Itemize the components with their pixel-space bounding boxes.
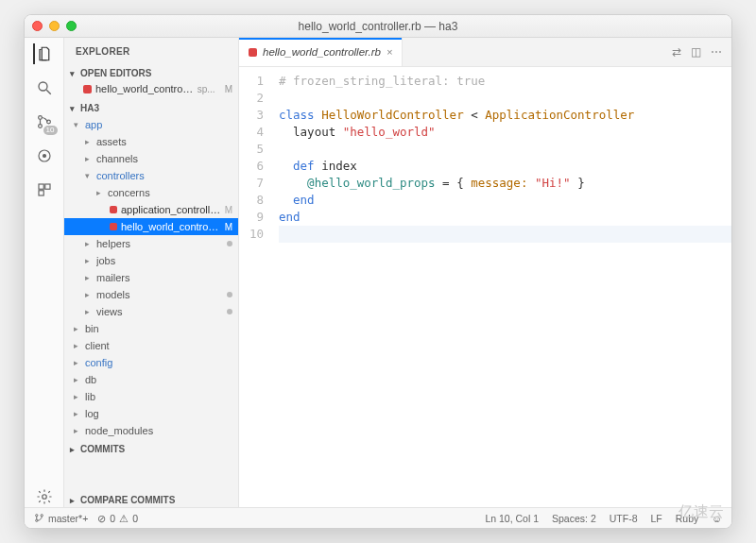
folder-item[interactable]: ▸assets (64, 133, 238, 150)
chevron-right-icon: ▸ (74, 409, 81, 418)
tab-hello-world-controller[interactable]: hello_world_controller.rb × (239, 38, 403, 66)
folder-item[interactable]: ▾app (64, 116, 238, 133)
folder-item[interactable]: ▸node_modules (64, 422, 238, 439)
file-tree: ▾app▸assets▸channels▾controllers▸concern… (64, 115, 238, 440)
folder-item[interactable]: ▸helpers (64, 235, 238, 252)
svg-point-0 (39, 82, 47, 91)
folder-item[interactable]: ▸models (64, 286, 238, 303)
code-line[interactable]: def index (279, 158, 731, 175)
maximize-window-button[interactable] (66, 21, 77, 31)
line-number: 10 (243, 226, 264, 243)
folder-item[interactable]: ▾controllers (64, 167, 238, 184)
item-label: bin (85, 323, 238, 334)
more-actions-icon[interactable]: ⋯ (711, 45, 722, 59)
close-window-button[interactable] (32, 21, 43, 31)
sidebar-title: EXPLORER (64, 38, 238, 64)
problems-status[interactable]: ⊘0 ⚠0 (97, 513, 138, 524)
line-gutter: 12345678910 (239, 67, 271, 507)
chevron-right-icon: ▸ (85, 154, 93, 163)
modified-dot-icon (227, 292, 232, 297)
commits-header[interactable]: ▸ COMMITS (64, 442, 238, 456)
code-line[interactable]: end (279, 192, 731, 209)
item-label: channels (96, 153, 238, 164)
folder-item[interactable]: ▸log (64, 405, 238, 422)
code-area: 12345678910 # frozen_string_literal: tru… (239, 67, 731, 507)
indentation-status[interactable]: Spaces: 2 (552, 513, 596, 524)
code-line[interactable] (279, 226, 731, 243)
compare-icon[interactable]: ⇄ (672, 45, 681, 59)
code-line[interactable]: end (279, 209, 731, 226)
item-label: app (85, 119, 238, 130)
folder-item[interactable]: ▸config (64, 354, 238, 371)
line-number: 4 (243, 124, 264, 141)
item-label: client (85, 340, 238, 351)
search-icon[interactable] (34, 77, 55, 98)
encoding-status[interactable]: UTF-8 (610, 513, 638, 524)
close-tab-icon[interactable]: × (387, 46, 392, 58)
watermark: 亿速云 (679, 502, 724, 522)
svg-point-12 (36, 519, 38, 521)
warning-icon: ⚠ (119, 513, 129, 524)
open-editor-item[interactable]: hello_world_controller.rb sp... M (64, 80, 238, 97)
cursor-position[interactable]: Ln 10, Col 1 (485, 513, 539, 524)
folder-item[interactable]: ▸lib (64, 388, 238, 405)
folder-item[interactable]: ▸channels (64, 150, 238, 167)
folder-item[interactable]: ▸views (64, 303, 238, 320)
git-branch-status[interactable]: master*+ (34, 513, 88, 524)
ruby-file-icon (83, 85, 92, 93)
svg-rect-8 (44, 184, 49, 189)
scm-badge: 10 (43, 126, 58, 135)
code-line[interactable]: # frozen_string_literal: true (279, 73, 731, 90)
folder-item[interactable]: ▸bin (64, 320, 238, 337)
project-section: ▾ HA3 ▾app▸assets▸channels▾controllers▸c… (64, 99, 238, 442)
line-number: 8 (243, 192, 264, 209)
svg-point-6 (43, 155, 45, 158)
folder-item[interactable]: ▸concerns (64, 184, 238, 201)
extensions-icon[interactable] (34, 179, 55, 200)
split-editor-icon[interactable]: ◫ (691, 45, 701, 59)
scm-badge: M (225, 205, 232, 215)
folder-item[interactable]: ▸db (64, 371, 238, 388)
file-item[interactable]: application_controller.rbM (64, 201, 238, 218)
item-label: application_controller.rb (121, 204, 221, 215)
code-line[interactable]: layout "hello_world" (279, 124, 731, 141)
editor-actions: ⇄ ◫ ⋯ (662, 38, 731, 66)
eol-status[interactable]: LF (650, 513, 662, 524)
item-label: views (96, 306, 223, 317)
svg-point-13 (41, 515, 43, 517)
chevron-right-icon: ▸ (85, 137, 93, 146)
chevron-down-icon: ▾ (74, 120, 81, 129)
minimize-window-button[interactable] (49, 21, 60, 31)
chevron-right-icon: ▸ (85, 239, 93, 248)
folder-item[interactable]: ▸client (64, 337, 238, 354)
error-icon: ⊘ (97, 513, 106, 524)
item-label: jobs (96, 255, 238, 266)
code-content[interactable]: # frozen_string_literal: true class Hell… (271, 67, 731, 507)
item-label: log (85, 408, 238, 419)
folder-item[interactable]: ▸jobs (64, 252, 238, 269)
file-item[interactable]: hello_world_controller.rbM (64, 218, 238, 235)
compare-commits-header[interactable]: ▸ COMPARE COMMITS (64, 493, 238, 507)
scm-icon[interactable]: 10 (34, 111, 55, 132)
svg-rect-9 (39, 191, 43, 195)
folder-item[interactable]: ▸mailers (64, 269, 238, 286)
settings-icon[interactable] (34, 486, 55, 507)
code-line[interactable]: @hello_world_props = { message: "Hi!" } (279, 175, 731, 192)
ruby-file-icon (110, 223, 117, 230)
item-label: helpers (96, 238, 223, 249)
project-header[interactable]: ▾ HA3 (64, 101, 238, 115)
item-label: node_modules (85, 425, 238, 436)
code-line[interactable] (279, 141, 731, 158)
line-number: 7 (243, 175, 264, 192)
item-label: db (85, 374, 238, 385)
code-line[interactable] (279, 90, 731, 107)
tab-label: hello_world_controller.rb (263, 46, 381, 58)
explorer-icon[interactable] (33, 43, 54, 64)
line-number: 3 (243, 107, 264, 124)
sidebar: EXPLORER ▾ OPEN EDITORS hello_world_cont… (64, 38, 239, 507)
status-bar: master*+ ⊘0 ⚠0 Ln 10, Col 1 Spaces: 2 UT… (25, 507, 731, 528)
svg-line-1 (46, 90, 51, 94)
code-line[interactable]: class HelloWorldController < Application… (279, 107, 731, 124)
debug-icon[interactable] (34, 145, 55, 166)
open-editors-header[interactable]: ▾ OPEN EDITORS (64, 66, 238, 80)
